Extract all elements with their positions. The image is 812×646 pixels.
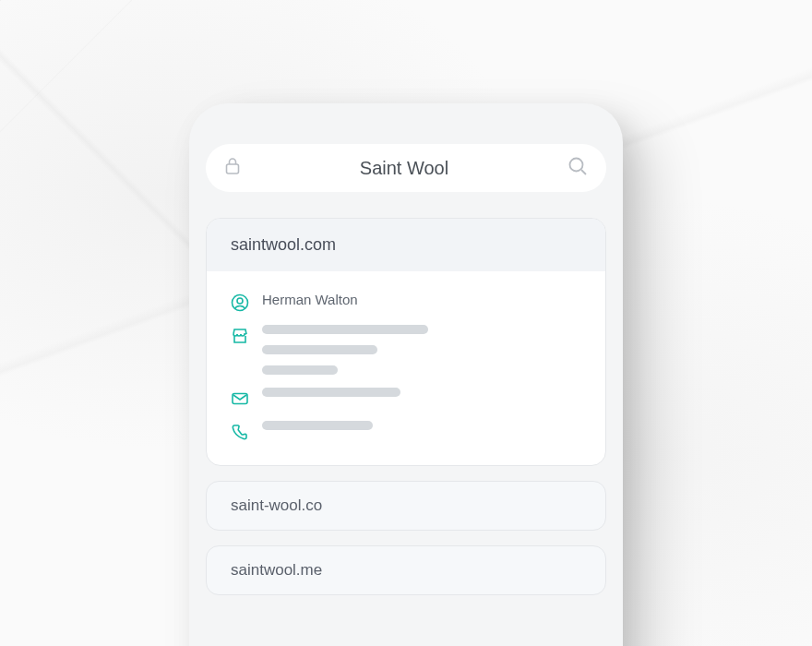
placeholder-line <box>262 345 377 354</box>
domain-card-header: saintwool.com <box>207 219 605 271</box>
storefront-icon <box>231 327 249 345</box>
placeholder-line <box>262 421 373 430</box>
placeholder-line <box>262 325 428 334</box>
domain-card-alt[interactable]: saintwool.me <box>206 545 606 595</box>
placeholder-line <box>262 388 400 397</box>
domain-card-alt[interactable]: saint-wool.co <box>206 481 606 531</box>
search-icon[interactable] <box>567 156 588 180</box>
svg-rect-0 <box>227 164 239 173</box>
svg-point-4 <box>237 298 243 304</box>
phone-icon <box>231 423 249 441</box>
contact-name: Herman Walton <box>262 292 358 307</box>
lock-icon <box>224 157 241 179</box>
domain-name: saintwool.com <box>231 235 336 254</box>
person-icon <box>231 293 249 312</box>
phone-row <box>231 421 581 441</box>
search-title: Saint Wool <box>241 158 567 179</box>
company-row <box>231 325 581 375</box>
placeholder-line <box>262 365 338 375</box>
contact-row: Herman Walton <box>231 292 581 312</box>
device-frame: Saint Wool saintwool.com <box>189 103 623 646</box>
svg-line-2 <box>581 170 586 174</box>
domain-name: saintwool.me <box>231 561 322 579</box>
domain-card-selected[interactable]: saintwool.com Herman Walton <box>206 218 606 466</box>
envelope-icon <box>231 389 249 408</box>
svg-point-1 <box>570 159 583 172</box>
email-row <box>231 388 581 408</box>
domain-name: saint-wool.co <box>231 496 322 514</box>
domain-card-body: Herman Walton <box>207 271 605 465</box>
search-bar[interactable]: Saint Wool <box>206 144 606 192</box>
